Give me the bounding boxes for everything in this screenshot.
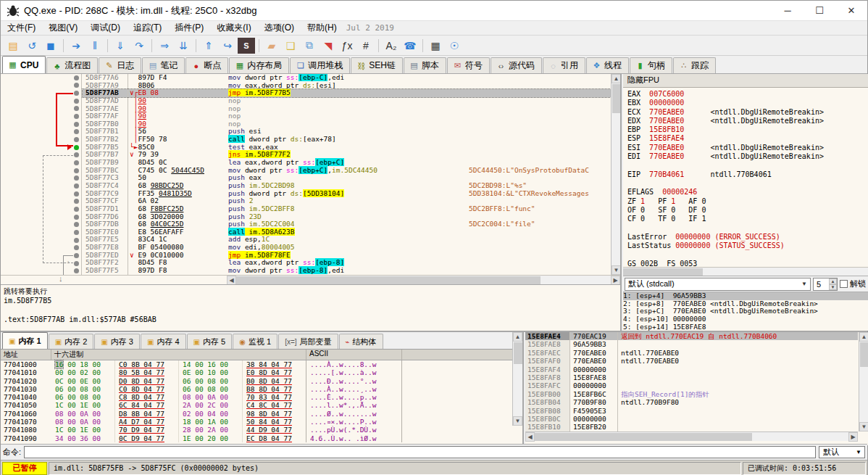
scroll-thumb[interactable] — [612, 84, 620, 113]
menu-item-6[interactable]: 选项(O) — [258, 20, 301, 36]
stack-horizontal-scrollbar[interactable]: ◀ ▶ — [525, 431, 858, 441]
tab-内存 5[interactable]: ▣内存 5 — [187, 334, 233, 349]
menu-item-3[interactable]: 追踪(T) — [127, 20, 168, 36]
tab-结构体[interactable]: ⌁结构体 — [339, 334, 383, 349]
references-icon[interactable]: ☉ — [446, 38, 463, 54]
command-input[interactable] — [24, 446, 816, 458]
registers-horizontal-scrollbar[interactable] — [623, 268, 868, 276]
strings-icon[interactable]: A₂ — [383, 38, 400, 54]
memory-row[interactable]: 7704106008 00 0A 00D8 8B 04 7702 00 04 0… — [1, 410, 522, 418]
scroll-thumb[interactable] — [514, 342, 522, 364]
step-over-icon[interactable]: ↷ — [130, 38, 148, 54]
animate-into-icon[interactable]: ⇒ — [156, 38, 173, 54]
tab-跟踪[interactable]: ∴跟踪 — [673, 57, 716, 73]
tab-内存 1[interactable]: ▣内存 1 — [2, 332, 48, 349]
breakpoint-dot[interactable] — [74, 245, 79, 250]
argument-row[interactable]: 4: [esp+10] 00000000 — [623, 315, 868, 323]
disasm-row[interactable]: 5D8F77A6 897D F4mov dword ptr ss:[ebp-C]… — [83, 74, 611, 82]
breakpoint-dot[interactable] — [74, 238, 79, 243]
calculator-icon[interactable]: ▦ — [427, 38, 444, 54]
tab-流程图[interactable]: ♣流程图 — [46, 57, 98, 73]
scroll-up-arrow[interactable]: ▲ — [513, 332, 522, 342]
breakpoint-dot[interactable] — [74, 106, 79, 111]
spin-down-icon[interactable]: ▼ — [829, 284, 837, 290]
memory-row[interactable]: 770410200C 00 0E 00D0 8D 04 7706 00 08 0… — [1, 377, 522, 385]
scroll-right-arrow[interactable]: ▶ — [848, 432, 858, 442]
stop-icon[interactable]: ◼ — [42, 38, 59, 54]
memory-row[interactable]: 7704100016 00 18 00C0 8B 04 7714 00 16 0… — [1, 360, 522, 368]
labels-icon[interactable]: ⧉ — [301, 38, 318, 54]
menu-item-7[interactable]: 帮助(H) — [301, 20, 343, 36]
scroll-down-arrow[interactable]: ▼ — [859, 422, 868, 431]
stack-row[interactable]: 15E8FAE4770EAC19返回到 ntdll.770EAC19 自 ntd… — [525, 332, 858, 340]
breakpoint-dot[interactable] — [74, 114, 79, 119]
animate-over-icon[interactable]: ⇊ — [175, 38, 192, 54]
scroll-thumb[interactable] — [860, 342, 868, 367]
breakpoint-dot[interactable] — [74, 91, 79, 96]
memory-row[interactable]: 7704103006 00 08 00C0 8D 04 7706 00 08 0… — [1, 385, 522, 393]
stack-row[interactable]: 15E8FAE896A59BB3 — [525, 340, 858, 348]
disasm-row[interactable]: 5D8F77A9 8B06mov eax,dword ptr ds:[esi] — [83, 82, 611, 90]
scroll-down-arrow[interactable]: ▼ — [612, 265, 620, 275]
breakpoint-dot[interactable] — [74, 191, 79, 197]
calling-convention-select[interactable]: 默认 (stdcall) ▼ — [625, 278, 811, 291]
memory-row[interactable]: 7704101000 00 02 0080 5B 04 770E 00 10 0… — [1, 368, 522, 376]
breakpoint-dot[interactable] — [74, 152, 79, 157]
patch-icon[interactable]: ▰ — [263, 38, 280, 54]
memory-vertical-scrollbar[interactable]: ▲ ▼ — [512, 332, 522, 426]
disasm-row[interactable]: 5D8F77F5 897D F8mov dword ptr ss:[ebp-8]… — [83, 267, 611, 275]
run-icon[interactable]: ➔ — [67, 38, 85, 54]
script-icon[interactable]: S — [238, 38, 255, 54]
scroll-thumb[interactable] — [623, 268, 703, 276]
tab-线程[interactable]: ❖线程 — [586, 57, 629, 73]
open-file-icon[interactable]: ▤ — [4, 38, 22, 54]
breakpoint-dot[interactable] — [74, 137, 79, 142]
argument-count-spinner[interactable]: 5 ▲▼ — [813, 278, 838, 291]
stack-row[interactable]: 15E8FB08F45905E3 — [525, 407, 858, 415]
breakpoint-dot[interactable] — [74, 160, 79, 165]
run-until-return-icon[interactable]: ⇑ — [200, 38, 217, 54]
tab-内存布局[interactable]: ▦内存布局 — [229, 57, 289, 73]
disasm-row[interactable]: 5D8F77BC C745 0C 5044C45Dmov dword ptr s… — [83, 167, 611, 175]
stack-row[interactable]: 15E8FB1015E8FB20 — [525, 423, 858, 431]
breakpoint-dot[interactable] — [74, 129, 79, 134]
tab-日志[interactable]: ✎日志 — [99, 57, 141, 73]
memory-row[interactable]: 7704109034 00 36 000C D9 04 771E 00 20 0… — [1, 434, 522, 442]
tab-调用堆栈[interactable]: ❏调用堆栈 — [290, 57, 350, 73]
disasm-row[interactable]: 5D8F77AB∨┌EB 08jmp im.5D8F77B5 — [83, 89, 611, 97]
stack-row[interactable]: 15E8FAEC770EABE0ntdll.770EABE0 — [525, 349, 858, 357]
breakpoint-dot[interactable] — [74, 253, 79, 258]
hide-fpu-button[interactable]: 隐藏FPU — [627, 75, 659, 86]
run-to-user-code-icon[interactable]: ↪ — [219, 38, 236, 54]
disasm-row[interactable]: 5D8F77AE │90nop — [83, 105, 611, 113]
breakpoint-dot[interactable] — [74, 99, 79, 104]
unlock-checkbox[interactable]: 解锁 — [840, 278, 867, 289]
minimize-button[interactable]: ─ — [772, 1, 804, 20]
step-into-icon[interactable]: ⇓ — [112, 38, 129, 54]
stack-row[interactable]: 15E8FB0C00000000 — [525, 415, 858, 423]
tab-源代码[interactable]: ‹›源代码 — [491, 57, 542, 73]
breakpoint-dot[interactable] — [74, 199, 79, 204]
breakpoint-dot[interactable] — [74, 145, 79, 150]
scroll-down-arrow[interactable]: ▼ — [513, 416, 522, 426]
disassembly-vertical-scrollbar[interactable]: ▲ ▼ — [611, 74, 620, 275]
tab-SEH链[interactable]: ⛓SEH链 — [351, 57, 403, 73]
memory-row[interactable]: 770410801C 00 1E 0070 D9 04 7728 00 2A 0… — [1, 426, 522, 434]
menu-item-0[interactable]: 文件(F) — [1, 20, 42, 36]
stack-row[interactable]: 15E8FB04770B9F80ntdll.770B9F80 — [525, 398, 858, 406]
breakpoint-dot[interactable] — [74, 175, 79, 181]
checkbox[interactable] — [840, 280, 848, 288]
maximize-button[interactable]: ☐ — [804, 1, 835, 20]
pause-icon[interactable]: ‖ — [86, 38, 104, 54]
disasm-row[interactable]: 5D8F77AD │90nop — [83, 97, 611, 105]
disasm-row[interactable]: 5D8F77B0 │90nop — [83, 120, 611, 128]
spin-up-icon[interactable]: ▲ — [829, 278, 837, 284]
stack-row[interactable]: 15E8FB0015E8FB6C指向SEH_Record[1]的指针 — [525, 390, 858, 398]
disasm-row[interactable]: 5D8F77B2 │FF50 78call dword ptr ds:[eax+… — [83, 136, 611, 144]
close-button[interactable]: ✕ — [835, 1, 867, 20]
breakpoint-dot[interactable] — [74, 168, 79, 173]
scroll-left-arrow[interactable]: ◀ — [525, 432, 535, 442]
tab-内存 2[interactable]: ▣内存 2 — [49, 334, 94, 349]
menu-item-4[interactable]: 插件(P) — [168, 20, 210, 36]
menu-item-2[interactable]: 调试(D) — [84, 20, 127, 36]
